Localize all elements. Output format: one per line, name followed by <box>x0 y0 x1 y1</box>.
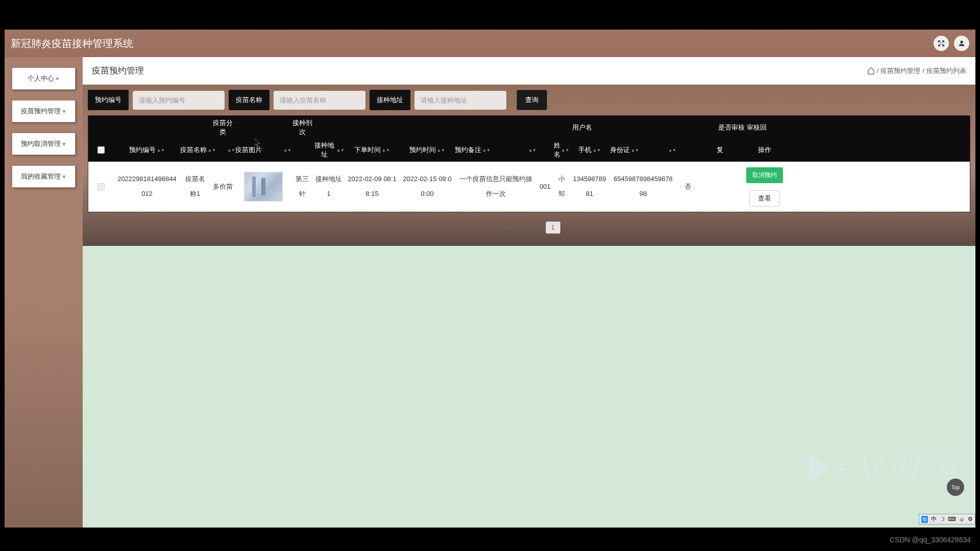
row-checkbox[interactable] <box>97 183 105 190</box>
filter-input-addr[interactable] <box>414 91 506 110</box>
sort-icon: ▲▼ <box>283 149 291 152</box>
cell-idcard: 654598789845987898 <box>610 170 676 203</box>
sort-icon: ▲▼ <box>528 149 536 152</box>
th-name[interactable]: 疫苗名称▲▼▲▼ <box>180 145 235 155</box>
sidebar-item-label: 预约取消管理 <box>21 139 61 148</box>
view-button[interactable]: 查看 <box>749 190 780 207</box>
fullscreen-icon[interactable] <box>934 36 949 51</box>
table-header-row-2: 预约编号▲▼ 疫苗名称▲▼▲▼ 疫苗图片▲▼ 接种地址▲▼ 下单时间▲▼ 预约时… <box>88 139 970 162</box>
filter-label-name: 疫苗名称 <box>229 90 270 110</box>
cancel-appointment-button[interactable]: 取消预约 <box>746 167 783 183</box>
filter-input-name[interactable] <box>274 91 365 110</box>
breadcrumb-current: 疫苗预约列表 <box>926 66 966 76</box>
page-size-select[interactable]: 10 <box>498 223 515 232</box>
ime-keyboard-icon: ⌨ <box>948 516 956 522</box>
sort-icon: ▲▼ <box>437 149 445 152</box>
sort-icon: ▲▼ <box>208 149 216 152</box>
th-uname[interactable]: 姓名▲▼ <box>554 141 569 159</box>
sort-icon: ▲▼ <box>561 149 570 152</box>
ime-gear-icon: ⚙ <box>968 516 973 522</box>
select-all-checkbox[interactable] <box>97 146 105 154</box>
sidebar-item-label: 我的收藏管理 <box>21 172 61 181</box>
filter-label-addr: 接种地址 <box>370 90 410 110</box>
breadcrumb-link[interactable]: 疫苗预约管理 <box>880 66 920 76</box>
main-content: 疫苗预约管理 / 疫苗预约管理 / 疫苗预约列表 预约编号 疫苗名称 接种地址 <box>83 57 975 528</box>
sidebar-item-appointment[interactable]: 疫苗预约管理▼ <box>12 100 76 122</box>
sidebar-item-profile[interactable]: 个人中心▼ <box>12 67 76 90</box>
page-number[interactable]: 1 <box>546 221 560 234</box>
sort-icon: ▲▼ <box>482 149 491 152</box>
ime-toolbar[interactable]: ⧉ 中 ☽ ⌨ ☺ ⚙ <box>919 514 975 524</box>
filter-bar: 预约编号 疫苗名称 接种地址 查询 <box>88 90 970 110</box>
sort-icon: ▲▼ <box>631 149 639 152</box>
sort-icon: ▲▼ <box>382 149 390 152</box>
sort-icon: ▲▼ <box>157 149 165 152</box>
user-icon[interactable] <box>954 36 969 51</box>
ime-lang: 中 <box>931 515 937 523</box>
vaccine-image <box>244 172 283 202</box>
th-category: 疫苗分类 <box>210 118 235 137</box>
page-title: 疫苗预约管理 <box>92 65 144 77</box>
th-phone[interactable]: 手机▲▼ <box>569 145 610 155</box>
cell-category: 多价苗 <box>210 178 235 196</box>
table-header-row-1: 疫苗分类 接种剂次 用户名 是否审核 审核回 <box>88 116 970 139</box>
sort-icon: ▲▼ <box>593 149 601 152</box>
cell-audit: 否 <box>676 178 699 196</box>
th-username: 用户名 <box>554 123 610 132</box>
th-dose: 接种剂次 <box>291 118 313 137</box>
watermark: eV剪辑 <box>808 444 960 492</box>
table-row: 2022298181496844012 疫苗名称1 多价苗 第三针 接种地址1 … <box>88 162 970 212</box>
cursor-icon <box>255 139 261 147</box>
th-note[interactable]: 预约备注▲▼▲▼ <box>455 145 536 155</box>
th-reply: 审核回 <box>745 123 768 132</box>
sidebar-item-label: 个人中心 <box>28 74 54 83</box>
th-img[interactable]: 疫苗图片▲▼ <box>235 145 291 155</box>
chevron-down-icon: ▼ <box>55 76 60 82</box>
cell-ordertime: 2022-02-09 08:18:15 <box>345 170 400 203</box>
header-actions <box>934 36 969 51</box>
sort-icon: ▲▼ <box>227 149 235 152</box>
chevron-down-icon: ▼ <box>62 174 67 180</box>
cell-uname: 小邹 <box>554 170 569 203</box>
svg-point-0 <box>960 41 963 43</box>
data-table: 疫苗分类 接种剂次 用户名 是否审核 审核回 <box>88 115 970 212</box>
chevron-down-icon: ▼ <box>62 141 67 147</box>
th-addr[interactable]: 接种地址▲▼ <box>313 141 345 159</box>
app-header: 新冠肺炎疫苗接种管理系统 <box>5 30 975 57</box>
cell-dose: 第三针 <box>291 170 313 203</box>
sidebar-item-label: 疫苗预约管理 <box>21 107 61 116</box>
cell-usernum: 001 <box>536 178 554 196</box>
cell-phone: 13459878981 <box>569 170 610 203</box>
chevron-down-icon: ▼ <box>62 109 67 114</box>
th-id[interactable]: 预约编号▲▼ <box>114 145 180 155</box>
sort-icon: ▲▼ <box>668 149 676 152</box>
breadcrumb-bar: 疫苗预约管理 / 疫苗预约管理 / 疫苗预约列表 <box>83 57 975 85</box>
ime-face-icon: ☺ <box>959 516 965 522</box>
play-icon <box>808 453 831 483</box>
cell-appttime: 2022-02-15 09:00:00 <box>400 170 455 203</box>
sort-icon: ▲▼ <box>336 149 345 152</box>
pagination-label: 条 每页 <box>520 223 540 232</box>
app-title: 新冠肺炎疫苗接种管理系统 <box>11 37 133 51</box>
th-isaudit: 是否审核 <box>717 123 745 132</box>
th-ordertime[interactable]: 下单时间▲▼ <box>345 145 400 155</box>
home-icon[interactable] <box>867 67 875 74</box>
sidebar-item-cancel[interactable]: 预约取消管理▼ <box>12 133 76 155</box>
sidebar-item-favorites[interactable]: 我的收藏管理▼ <box>12 165 76 188</box>
cell-note: 一个疫苗信息只能预约操作一次 <box>455 170 536 203</box>
ime-moon-icon: ☽ <box>940 516 945 522</box>
query-button[interactable]: 查询 <box>517 90 547 110</box>
th-appttime[interactable]: 预约时间▲▼ <box>400 145 455 155</box>
filter-label-id: 预约编号 <box>88 90 129 110</box>
breadcrumb: / 疫苗预约管理 / 疫苗预约列表 <box>867 66 966 76</box>
scroll-top-button[interactable]: Top <box>947 479 964 496</box>
th-idcard[interactable]: 身份证▲▼▲▼ <box>610 145 676 155</box>
th-reply2: 复 <box>699 145 740 155</box>
cell-addr: 接种地址1 <box>313 170 345 203</box>
th-action: 操作 <box>740 145 789 155</box>
cell-id: 2022298181496844012 <box>114 170 180 203</box>
filter-input-id[interactable] <box>133 91 225 110</box>
csdn-watermark: CSDN @qq_3306428634 <box>890 536 971 544</box>
ime-icon: ⧉ <box>921 516 928 523</box>
pagination: 10 条 每页 1 <box>88 212 970 240</box>
